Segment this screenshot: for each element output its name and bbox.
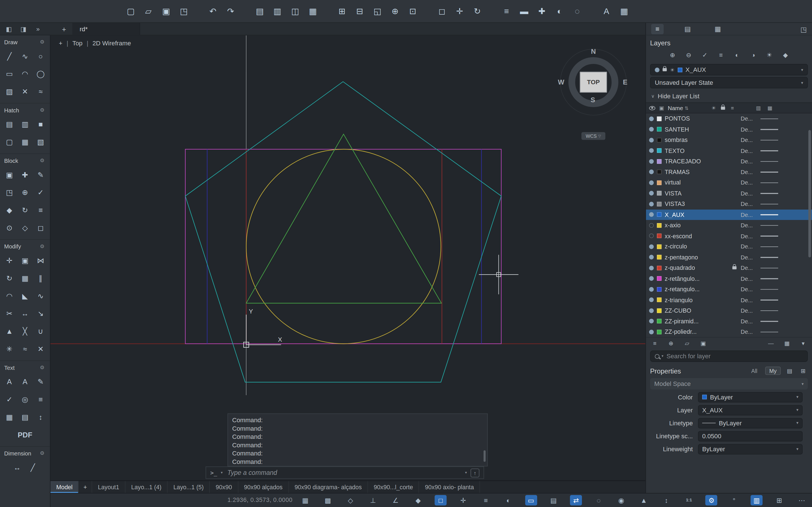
layer-visibility-dot[interactable] [649,116,654,121]
save-layer-state-icon[interactable]: ▣ [699,339,708,348]
ortho-mode-icon[interactable]: ⊥ [367,495,379,506]
viewport-grid-icon[interactable]: ◧ [3,24,15,34]
field-icon[interactable]: ▤ [18,411,31,423]
green-triangle[interactable] [246,134,441,303]
isolate-objects-icon[interactable]: ◉ [615,495,627,506]
delete-layer-icon[interactable]: ⊖ [683,50,695,60]
viewport-view-control[interactable]: Top [72,40,83,47]
layer-row[interactable]: z-circuloDe... [646,241,812,252]
cyan-pentagon[interactable] [185,82,501,382]
layer-color-swatch[interactable] [657,276,662,281]
chevron-down-icon[interactable]: ▾ [661,354,663,358]
property-control[interactable]: ByLayer▾ [698,418,803,428]
layer-color-swatch[interactable] [657,149,662,153]
layout-tab[interactable]: 90x90 alçados [238,481,289,493]
layer-row[interactable]: X_AUXDe... [646,209,812,220]
hatch-separate-icon[interactable]: ▧ [35,136,47,148]
insert-block2-icon[interactable]: ▣ [3,168,15,181]
create-block-icon[interactable]: ✚ [18,168,31,181]
circle-icon[interactable]: ○ [35,50,47,62]
drawing-canvas[interactable]: YX + | Top | 2D Wireframe N W E S TOP WC… [50,36,645,481]
layer-color-swatch[interactable] [657,297,662,302]
set-current-layer-icon[interactable]: ✓ [699,50,711,60]
layer-visibility-dot[interactable] [649,138,654,143]
layer-color-swatch[interactable] [657,127,662,132]
layer-row[interactable]: x-axioDe... [646,220,812,231]
property-control[interactable]: ByLayer▾ [698,392,803,402]
export-pdf-icon[interactable]: PDF [18,429,31,441]
trim-icon[interactable]: ✂ [3,307,15,320]
layers-palette-icon[interactable]: ≡ [651,24,664,34]
layer-list-scrollbar[interactable] [808,130,811,258]
grid-display-icon[interactable]: ▦ [299,495,311,506]
quick-plot-icon[interactable]: ▥ [271,5,284,17]
layer-states-icon[interactable]: ≡ [715,50,727,60]
layer-color-swatch[interactable] [657,308,662,313]
swatch-column-icon[interactable]: ▣ [658,104,665,112]
insert-block-icon[interactable]: ⊞ [335,5,349,17]
drawing-tab[interactable]: rd* [72,22,140,35]
viewcube-north[interactable]: N [591,48,596,55]
isolate-layer-icon[interactable]: ◐ [731,50,743,60]
hatch-solid-icon[interactable]: ■ [35,118,47,130]
layer-visibility-dot[interactable] [649,202,654,207]
array-icon[interactable]: ▦ [18,272,31,284]
layer-visibility-dot[interactable] [649,287,654,292]
expand-more-icon[interactable]: » [32,24,44,34]
find-text-icon[interactable]: ◎ [18,393,31,406]
layer-row[interactable]: z-retângulo...De... [646,273,812,284]
layer-visibility-dot[interactable] [649,276,654,281]
section-settings-icon[interactable]: ⚙ [39,157,46,165]
layer-visibility-dot[interactable] [649,233,654,238]
layer-visibility-dot[interactable] [649,191,654,196]
layer-color-swatch[interactable] [657,202,662,207]
redo-icon[interactable]: ↷ [224,5,238,17]
join-icon[interactable]: ∪ [35,325,47,337]
filter-all-button[interactable]: All [748,367,761,374]
define-attribute-icon[interactable]: ◆ [3,204,15,216]
blend-curves-icon[interactable]: ∿ [35,290,47,302]
layer-visibility-dot[interactable] [649,170,654,174]
workspace-switching-icon[interactable]: ⚙ [705,495,717,506]
eye-icon[interactable] [649,106,655,110]
column-options-icon[interactable]: ▦ [782,339,792,348]
command-scrollbar[interactable] [484,450,486,462]
layer-row[interactable]: ZZ-CUBODe... [646,305,812,316]
isodraft-icon[interactable]: ◆ [412,495,424,506]
attribute-check-icon[interactable]: ✓ [35,186,47,199]
open-layer-state-icon[interactable]: ▱ [682,339,692,348]
layer-color-swatch[interactable] [657,212,662,217]
hatch-pattern-icon[interactable]: ▤ [3,118,15,130]
attach-block-icon[interactable]: ⊕ [18,186,31,199]
dim-linear-icon[interactable]: ↔ [11,461,23,474]
layer-color-swatch[interactable] [657,266,662,270]
prompt-history-chevron-icon[interactable]: ▾ [465,471,467,475]
scale-icon[interactable]: ▲ [3,325,15,337]
selection-cycling-icon[interactable]: ⇄ [570,495,582,506]
layer-row[interactable]: ZZ-poliedr...De... [646,327,812,337]
snap-mode-icon[interactable]: ▩ [322,495,334,506]
text-annotation-icon[interactable]: A [600,5,613,17]
extend-icon[interactable]: ↔ [18,307,31,320]
dynamic-input-icon[interactable]: ▭ [525,495,537,506]
property-control[interactable]: ByLayer▾ [698,444,803,454]
layer-visibility-dot[interactable] [649,308,654,313]
hatch-draw-icon[interactable]: ▨ [3,86,15,98]
ellipse-icon[interactable]: ◯ [35,68,47,80]
hatch-boundary-icon[interactable]: ▢ [3,136,15,148]
manage-attributes-icon[interactable]: ≡ [35,204,47,216]
hatch-edit-icon[interactable]: ▦ [18,136,31,148]
layout-tab[interactable]: Layout1 [92,481,125,493]
layout-tab[interactable]: 90x90...l_corte [368,481,419,493]
autoscale-icon[interactable]: ↕ [660,495,672,506]
line-icon[interactable]: ╱ [3,50,15,62]
layer-color-swatch[interactable] [657,180,662,185]
polyline-icon[interactable]: ∿ [18,50,31,62]
layer-color-swatch[interactable] [657,319,662,324]
layer-off-icon[interactable]: ◌ [570,5,584,17]
collapse-row-icon[interactable]: — [766,339,776,348]
layer-visibility-dot[interactable] [649,266,654,270]
viewcube-east[interactable]: E [623,78,627,86]
header-plot-icon[interactable]: ▦ [766,104,774,112]
layout-tab[interactable]: Layo...1 (4) [125,481,168,493]
